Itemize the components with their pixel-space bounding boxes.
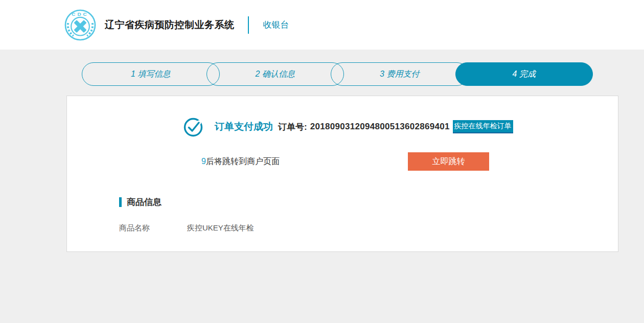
step-2-confirm-info[interactable]: 2 确认信息 [206,62,344,86]
header: CDC 辽宁省疾病预防控制业务系统 收银台 [0,0,644,50]
payment-success-title: 订单支付成功 [215,120,273,133]
step-3-payment[interactable]: 3 费用支付 [331,62,469,86]
product-name-value: 疾控UKEY在线年检 [187,223,254,233]
section-accent-bar [119,197,122,207]
success-row: 订单支付成功 订单号: 2018090312094800513602869401… [67,117,618,137]
step-wizard: 1 填写信息 2 确认信息 3 费用支付 4 完成 [82,62,593,86]
header-divider [248,16,249,34]
success-check-icon [183,117,203,137]
step-4-complete[interactable]: 4 完成 [455,62,593,86]
result-card: 订单支付成功 订单号: 2018090312094800513602869401… [66,96,618,252]
product-name-row: 商品名称 疾控UKEY在线年检 [119,223,618,233]
cdc-logo-icon: CDC [64,8,97,42]
product-info-title: 商品信息 [127,196,162,208]
redirect-message: 后将跳转到商户页面 [206,156,280,167]
product-name-label: 商品名称 [119,223,187,233]
order-number-label: 订单号: [278,121,307,133]
step-1-fill-info[interactable]: 1 填写信息 [82,62,220,86]
countdown-seconds: 9 [201,157,206,166]
logo-text: CDC [72,11,88,17]
product-info-section-header: 商品信息 [119,196,618,208]
order-type-badge: 疾控在线年检订单 [453,120,513,133]
cashier-title: 收银台 [263,19,289,31]
jump-now-button[interactable]: 立即跳转 [408,152,489,171]
order-number-value: 2018090312094800513602869401 [310,122,450,132]
redirect-row: 9 后将跳转到商户页面 立即跳转 [67,152,618,171]
app-title: 辽宁省疾病预防控制业务系统 [105,18,235,32]
